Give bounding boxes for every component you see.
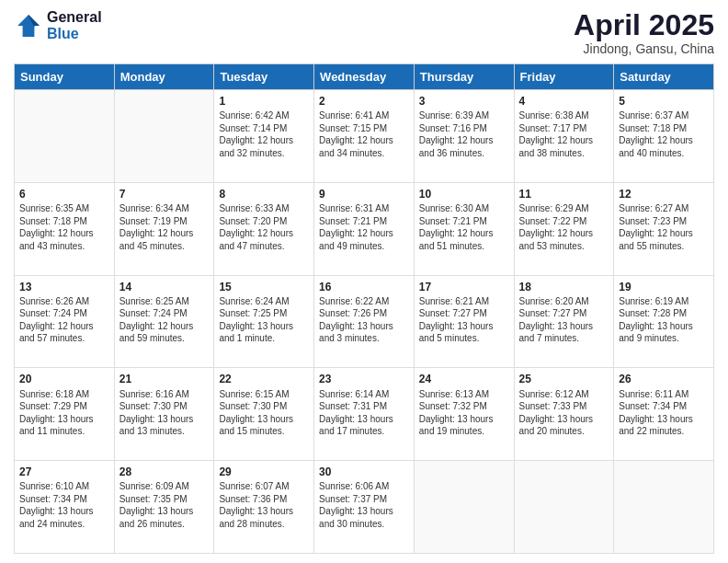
day-info: Sunrise: 6:27 AM Sunset: 7:23 PM Dayligh…: [619, 202, 709, 252]
calendar-day-cell: 12Sunrise: 6:27 AM Sunset: 7:23 PM Dayli…: [614, 182, 714, 275]
day-number: 20: [19, 372, 109, 386]
day-info: Sunrise: 6:07 AM Sunset: 7:36 PM Dayligh…: [219, 480, 309, 530]
day-number: 25: [519, 372, 609, 386]
calendar-week-row: 13Sunrise: 6:26 AM Sunset: 7:24 PM Dayli…: [15, 275, 714, 368]
day-info: Sunrise: 6:31 AM Sunset: 7:21 PM Dayligh…: [319, 202, 409, 252]
weekday-header: Friday: [514, 64, 614, 90]
weekday-header: Tuesday: [214, 64, 314, 90]
day-info: Sunrise: 6:20 AM Sunset: 7:27 PM Dayligh…: [519, 295, 609, 345]
day-number: 9: [319, 187, 409, 201]
day-info: Sunrise: 6:42 AM Sunset: 7:14 PM Dayligh…: [219, 109, 309, 159]
weekday-header: Saturday: [614, 64, 714, 90]
calendar-day-cell: 23Sunrise: 6:14 AM Sunset: 7:31 PM Dayli…: [314, 368, 415, 461]
day-number: 26: [619, 372, 709, 386]
day-number: 28: [119, 465, 210, 479]
calendar-week-row: 20Sunrise: 6:18 AM Sunset: 7:29 PM Dayli…: [15, 368, 714, 461]
day-number: 13: [19, 280, 109, 294]
calendar-day-cell: 28Sunrise: 6:09 AM Sunset: 7:35 PM Dayli…: [114, 461, 214, 554]
calendar-day-cell: [114, 90, 214, 183]
day-number: 18: [519, 280, 609, 294]
day-info: Sunrise: 6:35 AM Sunset: 7:18 PM Dayligh…: [19, 202, 109, 252]
calendar-day-cell: 2Sunrise: 6:41 AM Sunset: 7:15 PM Daylig…: [314, 90, 415, 183]
day-number: 17: [419, 280, 509, 294]
day-number: 14: [119, 280, 210, 294]
day-number: 15: [219, 280, 309, 294]
page: General Blue April 2025 Jindong, Gansu, …: [0, 0, 728, 563]
logo-text: General Blue: [47, 9, 102, 42]
calendar-day-cell: 17Sunrise: 6:21 AM Sunset: 7:27 PM Dayli…: [414, 275, 514, 368]
day-number: 1: [219, 94, 309, 109]
calendar-day-cell: 29Sunrise: 6:07 AM Sunset: 7:36 PM Dayli…: [214, 461, 314, 554]
day-number: 21: [119, 372, 210, 386]
day-number: 5: [619, 94, 709, 109]
day-info: Sunrise: 6:39 AM Sunset: 7:16 PM Dayligh…: [419, 109, 509, 159]
day-number: 3: [419, 94, 509, 109]
calendar-day-cell: [15, 90, 115, 183]
weekday-header: Monday: [114, 64, 214, 90]
calendar-day-cell: 21Sunrise: 6:16 AM Sunset: 7:30 PM Dayli…: [114, 368, 214, 461]
day-info: Sunrise: 6:24 AM Sunset: 7:25 PM Dayligh…: [219, 295, 309, 345]
day-info: Sunrise: 6:25 AM Sunset: 7:24 PM Dayligh…: [119, 295, 210, 345]
calendar-day-cell: 24Sunrise: 6:13 AM Sunset: 7:32 PM Dayli…: [414, 368, 514, 461]
logo: General Blue: [14, 9, 102, 42]
day-number: 27: [19, 465, 109, 479]
title-section: April 2025 Jindong, Gansu, China: [574, 9, 714, 56]
weekday-header: Sunday: [15, 64, 115, 90]
day-info: Sunrise: 6:15 AM Sunset: 7:30 PM Dayligh…: [219, 388, 309, 438]
calendar-day-cell: 1Sunrise: 6:42 AM Sunset: 7:14 PM Daylig…: [214, 90, 314, 183]
calendar-day-cell: 8Sunrise: 6:33 AM Sunset: 7:20 PM Daylig…: [214, 182, 314, 275]
day-number: 8: [219, 187, 309, 201]
calendar-day-cell: 14Sunrise: 6:25 AM Sunset: 7:24 PM Dayli…: [114, 275, 214, 368]
calendar-week-row: 6Sunrise: 6:35 AM Sunset: 7:18 PM Daylig…: [15, 182, 714, 275]
day-info: Sunrise: 6:33 AM Sunset: 7:20 PM Dayligh…: [219, 202, 309, 252]
calendar-day-cell: 15Sunrise: 6:24 AM Sunset: 7:25 PM Dayli…: [214, 275, 314, 368]
day-info: Sunrise: 6:26 AM Sunset: 7:24 PM Dayligh…: [19, 295, 109, 345]
calendar-day-cell: 11Sunrise: 6:29 AM Sunset: 7:22 PM Dayli…: [514, 182, 614, 275]
day-number: 10: [419, 187, 509, 201]
calendar-day-cell: 18Sunrise: 6:20 AM Sunset: 7:27 PM Dayli…: [514, 275, 614, 368]
calendar-day-cell: 26Sunrise: 6:11 AM Sunset: 7:34 PM Dayli…: [614, 368, 714, 461]
location: Jindong, Gansu, China: [574, 41, 714, 56]
day-info: Sunrise: 6:21 AM Sunset: 7:27 PM Dayligh…: [419, 295, 509, 345]
day-info: Sunrise: 6:10 AM Sunset: 7:34 PM Dayligh…: [19, 480, 109, 530]
calendar-day-cell: [514, 461, 614, 554]
day-info: Sunrise: 6:30 AM Sunset: 7:21 PM Dayligh…: [419, 202, 509, 252]
calendar-day-cell: 3Sunrise: 6:39 AM Sunset: 7:16 PM Daylig…: [414, 90, 514, 183]
day-number: 22: [219, 372, 309, 386]
day-number: 11: [519, 187, 609, 201]
month-title: April 2025: [574, 9, 714, 41]
day-number: 24: [419, 372, 509, 386]
calendar-day-cell: 13Sunrise: 6:26 AM Sunset: 7:24 PM Dayli…: [15, 275, 115, 368]
calendar-day-cell: 19Sunrise: 6:19 AM Sunset: 7:28 PM Dayli…: [614, 275, 714, 368]
day-info: Sunrise: 6:11 AM Sunset: 7:34 PM Dayligh…: [619, 388, 709, 438]
calendar-table: SundayMondayTuesdayWednesdayThursdayFrid…: [14, 63, 714, 554]
header: General Blue April 2025 Jindong, Gansu, …: [14, 9, 714, 56]
day-info: Sunrise: 6:34 AM Sunset: 7:19 PM Dayligh…: [119, 202, 210, 252]
day-info: Sunrise: 6:14 AM Sunset: 7:31 PM Dayligh…: [319, 388, 409, 438]
weekday-header: Thursday: [414, 64, 514, 90]
calendar-day-cell: 16Sunrise: 6:22 AM Sunset: 7:26 PM Dayli…: [314, 275, 415, 368]
day-info: Sunrise: 6:06 AM Sunset: 7:37 PM Dayligh…: [319, 480, 409, 530]
calendar-day-cell: 6Sunrise: 6:35 AM Sunset: 7:18 PM Daylig…: [15, 182, 115, 275]
day-info: Sunrise: 6:22 AM Sunset: 7:26 PM Dayligh…: [319, 295, 409, 345]
calendar-day-cell: 5Sunrise: 6:37 AM Sunset: 7:18 PM Daylig…: [614, 90, 714, 183]
logo-icon: [14, 11, 43, 40]
day-number: 4: [519, 94, 609, 109]
day-number: 30: [319, 465, 409, 479]
calendar-day-cell: 25Sunrise: 6:12 AM Sunset: 7:33 PM Dayli…: [514, 368, 614, 461]
day-info: Sunrise: 6:37 AM Sunset: 7:18 PM Dayligh…: [619, 109, 709, 159]
weekday-header: Wednesday: [314, 64, 415, 90]
day-info: Sunrise: 6:41 AM Sunset: 7:15 PM Dayligh…: [319, 109, 409, 159]
day-info: Sunrise: 6:09 AM Sunset: 7:35 PM Dayligh…: [119, 480, 210, 530]
calendar-day-cell: 20Sunrise: 6:18 AM Sunset: 7:29 PM Dayli…: [15, 368, 115, 461]
calendar-week-row: 27Sunrise: 6:10 AM Sunset: 7:34 PM Dayli…: [15, 461, 714, 554]
calendar-day-cell: 9Sunrise: 6:31 AM Sunset: 7:21 PM Daylig…: [314, 182, 415, 275]
calendar-day-cell: [414, 461, 514, 554]
day-number: 29: [219, 465, 309, 479]
day-number: 12: [619, 187, 709, 201]
day-number: 16: [319, 280, 409, 294]
calendar-day-cell: 30Sunrise: 6:06 AM Sunset: 7:37 PM Dayli…: [314, 461, 415, 554]
calendar-day-cell: [614, 461, 714, 554]
calendar-header-row: SundayMondayTuesdayWednesdayThursdayFrid…: [15, 64, 714, 90]
calendar-day-cell: 4Sunrise: 6:38 AM Sunset: 7:17 PM Daylig…: [514, 90, 614, 183]
